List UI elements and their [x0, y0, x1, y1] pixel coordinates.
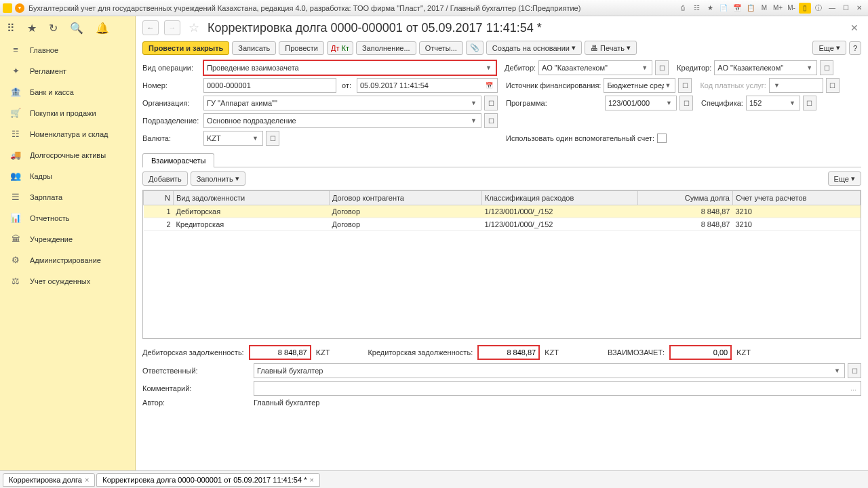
bell-icon[interactable]: 🔔	[96, 22, 109, 35]
print-icon[interactable]: ⎙	[677, 3, 689, 14]
book-icon[interactable]: 📄	[717, 3, 730, 14]
reports-button[interactable]: Отчеты...	[419, 41, 463, 55]
fin-src-pick-button[interactable]: ☐	[678, 78, 692, 93]
chevron-down-icon[interactable]: ▼	[484, 64, 493, 71]
minimize-button[interactable]: —	[826, 3, 838, 14]
dept-pick-button[interactable]: ☐	[484, 113, 498, 128]
table-row[interactable]: 2КредиторскаяДоговор1/123/001/000/_/1528…	[144, 218, 861, 231]
responsible-field[interactable]: Главный бухгалтер▼	[254, 363, 845, 378]
tab-settlements[interactable]: Взаиморасчеты	[142, 153, 214, 167]
sidebar-item[interactable]: 👥Кадры	[0, 165, 135, 186]
history-icon[interactable]: ↻	[49, 22, 58, 35]
close-doc-button[interactable]: ✕	[848, 22, 861, 33]
sidebar-item[interactable]: ☰Зарплата	[0, 186, 135, 207]
create-based-button[interactable]: Создать на основании ▾	[486, 41, 582, 55]
sidebar-item[interactable]: 🏦Банк и касса	[0, 81, 135, 102]
bottom-tab-2[interactable]: Корректировка долга 0000-000001 от 05.09…	[96, 473, 320, 487]
sidebar-icon: 🛒	[9, 108, 22, 118]
calc-icon[interactable]: 📅	[731, 3, 743, 14]
author-value: Главный бухгалтер	[254, 399, 319, 407]
search-icon[interactable]: 🔍	[70, 22, 83, 35]
sidebar-item[interactable]: ⚖Учет осужденных	[0, 270, 135, 291]
debtor-field[interactable]: АО "Казактелеком"▼	[538, 60, 652, 75]
calendar-icon[interactable]: 📅	[484, 82, 494, 89]
back-button[interactable]: ←	[142, 20, 159, 35]
fin-src-field[interactable]: Бюджетные средс▼	[604, 78, 675, 93]
sidebar-item[interactable]: 🏛Учреждение	[0, 228, 135, 249]
sidebar-item[interactable]: 🚚Долгосрочные активы	[0, 144, 135, 165]
sidebar-item[interactable]: ✦Регламент	[0, 60, 135, 81]
m-plus-icon[interactable]: M+	[772, 3, 784, 14]
more-button[interactable]: Еще ▾	[812, 41, 846, 55]
add-row-button[interactable]: Добавить	[142, 171, 188, 186]
currency-field[interactable]: KZT▼	[203, 131, 263, 146]
spec-pick-button[interactable]: ☐	[803, 96, 816, 110]
fill-table-button[interactable]: Заполнить ▾	[191, 171, 245, 186]
sidebar-item[interactable]: ⚙Администрирование	[0, 249, 135, 270]
close-button[interactable]: ✕	[853, 3, 865, 14]
panel-icon[interactable]: ▯	[799, 3, 811, 14]
write-button[interactable]: Записать	[232, 41, 276, 55]
debit-total-label: Дебиторская задолженность:	[142, 348, 244, 357]
cal-icon[interactable]: 📋	[745, 3, 757, 14]
dk-button[interactable]: ДтКт	[327, 41, 353, 55]
apps-icon[interactable]: ⠿	[7, 22, 15, 35]
m-icon[interactable]: M	[758, 3, 770, 14]
m-minus-icon[interactable]: M-	[785, 3, 797, 14]
close-icon[interactable]: ×	[309, 476, 313, 484]
col-account[interactable]: Счет учета расчетов	[733, 191, 861, 205]
col-n[interactable]: N	[144, 191, 174, 205]
fill-button[interactable]: Заполнение...	[356, 41, 416, 55]
sidebar-label: Зарплата	[30, 193, 62, 201]
org-field[interactable]: ГУ "Аппарат акима""▼	[203, 96, 481, 110]
sidebar-item[interactable]: ≡Главное	[0, 39, 135, 60]
sidebar-icon: ⚙	[9, 255, 22, 265]
maximize-button[interactable]: ☐	[840, 3, 852, 14]
attach-button[interactable]: 📎	[466, 41, 484, 55]
col-contract[interactable]: Договор контрагента	[330, 191, 482, 205]
comment-field[interactable]: …	[254, 381, 861, 396]
currency-pick-button[interactable]: ☐	[266, 131, 279, 146]
bottom-tab-1[interactable]: Корректировка долга×	[3, 473, 95, 487]
col-debt-type[interactable]: Вид задолженности	[174, 191, 330, 205]
grid-more-button[interactable]: Еще ▾	[828, 171, 861, 186]
close-icon[interactable]: ×	[85, 476, 89, 484]
date-field[interactable]: 05.09.2017 11:41:54📅	[357, 78, 498, 93]
creditor-pick-button[interactable]: ☐	[820, 60, 833, 75]
spec-field[interactable]: 152▼	[746, 96, 800, 110]
tool-icon[interactable]: ☷	[690, 3, 703, 14]
col-sum[interactable]: Сумма долга	[638, 191, 733, 205]
responsible-pick-button[interactable]: ☐	[848, 363, 861, 378]
post-and-close-button[interactable]: Провести и закрыть	[142, 41, 229, 55]
info-icon[interactable]: ⓘ	[812, 3, 825, 14]
sidebar-label: Банк и касса	[30, 88, 74, 96]
sidebar-icon: 📊	[9, 213, 22, 223]
col-expense[interactable]: Классификация расходов	[482, 191, 638, 205]
number-field[interactable]: 0000-000001	[203, 78, 336, 93]
print-button[interactable]: 🖶 Печать ▾	[585, 41, 637, 55]
post-button[interactable]: Провести	[279, 41, 324, 55]
app-logo-icon	[3, 3, 12, 13]
single-acc-checkbox[interactable]	[657, 134, 667, 143]
favorites-icon[interactable]: ★	[27, 22, 37, 35]
paid-srv-field[interactable]: ▼	[769, 78, 823, 93]
debtor-pick-button[interactable]: ☐	[655, 60, 669, 75]
dept-field[interactable]: Основное подразделение▼	[203, 113, 481, 128]
sidebar-item[interactable]: 📊Отчетность	[0, 207, 135, 228]
creditor-field[interactable]: АО "Казактелеком"▼	[714, 60, 817, 75]
op-type-label: Вид операции:	[142, 64, 201, 72]
org-pick-button[interactable]: ☐	[484, 96, 498, 110]
op-type-field[interactable]: Проведение взаимозачета▼	[203, 60, 496, 75]
program-pick-button[interactable]: ☐	[679, 96, 693, 110]
favorite-star-icon[interactable]: ☆	[189, 20, 199, 35]
settlements-grid[interactable]: N Вид задолженности Договор контрагента …	[142, 190, 861, 339]
forward-button[interactable]: →	[164, 20, 180, 35]
dropdown-icon[interactable]: ▾	[15, 3, 24, 13]
table-row[interactable]: 1ДебиторскаяДоговор1/123/001/000/_/1528 …	[144, 205, 861, 218]
sidebar-item[interactable]: ☷Номенклатура и склад	[0, 123, 135, 144]
help-button[interactable]: ?	[849, 41, 861, 55]
program-field[interactable]: 123/001/000▼	[605, 96, 677, 110]
sidebar-item[interactable]: 🛒Покупки и продажи	[0, 102, 135, 123]
paid-srv-pick-button[interactable]: ☐	[826, 78, 840, 93]
star-icon[interactable]: ★	[704, 3, 716, 14]
